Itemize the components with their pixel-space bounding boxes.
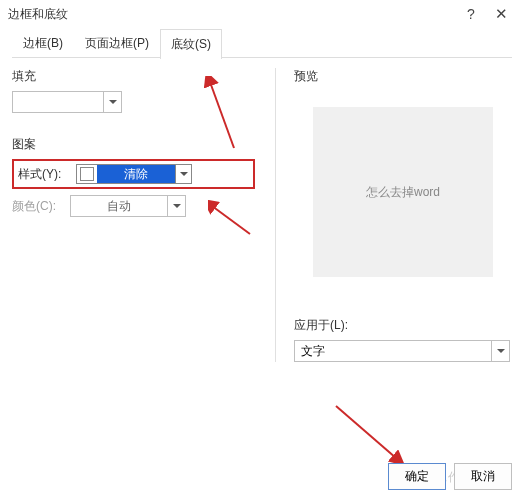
title-bar: 边框和底纹 ? ✕ — [0, 0, 524, 28]
close-button[interactable]: ✕ — [486, 0, 516, 28]
style-value: 清除 — [97, 165, 175, 183]
color-combo[interactable]: 自动 — [70, 195, 186, 217]
color-value: 自动 — [71, 196, 167, 216]
cancel-button[interactable]: 取消 — [454, 463, 512, 490]
apply-combo[interactable]: 文字 — [294, 340, 510, 362]
help-button[interactable]: ? — [456, 0, 486, 28]
pattern-label: 图案 — [12, 136, 255, 153]
fill-value — [13, 92, 103, 112]
svg-line-2 — [336, 406, 396, 458]
preview-text: 怎么去掉word — [366, 184, 440, 201]
dialog-buttons: 确定 取消 — [388, 463, 512, 490]
style-row-highlight: 样式(Y): 清除 — [12, 159, 255, 189]
tab-page-border[interactable]: 页面边框(P) — [74, 28, 160, 58]
color-label: 颜色(C): — [12, 198, 64, 215]
fill-label: 填充 — [12, 68, 255, 85]
style-swatch — [80, 167, 94, 181]
tab-shading[interactable]: 底纹(S) — [160, 29, 222, 59]
apply-value: 文字 — [295, 341, 491, 361]
style-label: 样式(Y): — [18, 166, 70, 183]
ok-button[interactable]: 确定 — [388, 463, 446, 490]
preview-label: 预览 — [294, 68, 512, 85]
chevron-down-icon — [167, 196, 185, 216]
apply-label: 应用于(L): — [294, 317, 512, 334]
preview-area: 怎么去掉word — [313, 107, 493, 277]
tab-border[interactable]: 边框(B) — [12, 28, 74, 58]
fill-combo[interactable] — [12, 91, 122, 113]
tab-bar: 边框(B) 页面边框(P) 底纹(S) — [12, 28, 512, 58]
chevron-down-icon — [491, 341, 509, 361]
chevron-down-icon — [103, 92, 121, 112]
annotation-arrow-icon — [330, 400, 410, 470]
dialog-title: 边框和底纹 — [8, 6, 68, 23]
chevron-down-icon — [175, 165, 191, 183]
style-combo[interactable]: 清除 — [76, 164, 192, 184]
